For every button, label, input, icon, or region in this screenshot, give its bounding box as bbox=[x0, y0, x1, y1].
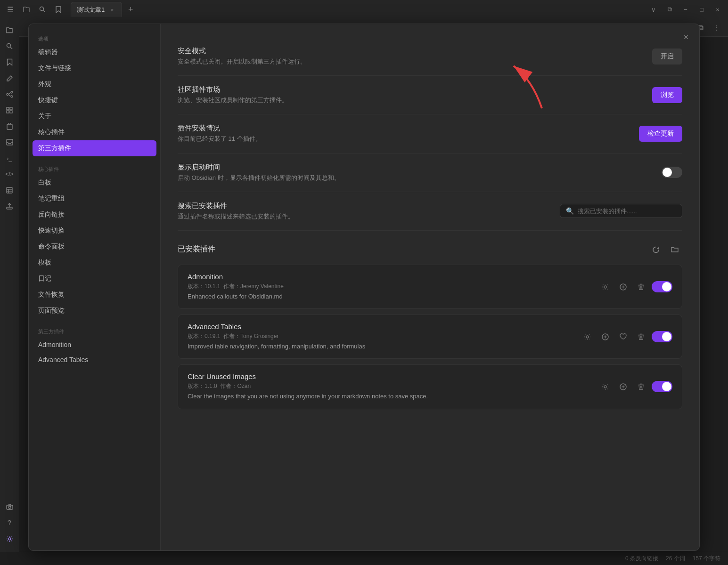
startup-time-toggle[interactable] bbox=[662, 167, 682, 178]
plugin-admonition-header: Admonition 版本：10.1.1 作者：Jeremy Valentine… bbox=[188, 273, 672, 301]
svg-line-8 bbox=[8, 95, 11, 97]
svg-line-1 bbox=[43, 10, 45, 12]
nav-core-plugins[interactable]: 核心插件 bbox=[29, 124, 160, 140]
plugin-admonition-desc: Enhanced callouts for Obsidian.md bbox=[188, 292, 284, 301]
icon-bar-search[interactable] bbox=[2, 39, 17, 54]
nav-command-palette[interactable]: 命令面板 bbox=[29, 239, 160, 255]
plugin-clear-images-name: Clear Unused Images bbox=[188, 372, 428, 380]
browse-button[interactable]: 浏览 bbox=[652, 87, 682, 103]
svg-point-30 bbox=[586, 336, 589, 338]
safe-mode-desc: 安全模式已关闭。开启以限制第三方插件运行。 bbox=[178, 57, 645, 66]
icon-bar-clipboard[interactable] bbox=[2, 119, 17, 134]
safe-mode-row: 安全模式 安全模式已关闭。开启以限制第三方插件运行。 开启 bbox=[178, 37, 682, 76]
nav-appearance[interactable]: 外观 bbox=[29, 76, 160, 92]
settings-close-button[interactable]: × bbox=[679, 31, 693, 44]
window-collapse-btn[interactable]: ∨ bbox=[647, 3, 660, 16]
status-backlinks: 0 条反向链接 bbox=[625, 555, 658, 563]
svg-point-2 bbox=[7, 44, 11, 48]
check-update-button[interactable]: 检查更新 bbox=[639, 126, 682, 142]
nav-files-links[interactable]: 文件与链接 bbox=[29, 60, 160, 76]
icon-bar-bookmarks[interactable] bbox=[2, 55, 17, 70]
svg-point-6 bbox=[11, 96, 13, 97]
search-plugins-info: 搜索已安装插件 通过插件名称或描述来筛选已安装的插件。 bbox=[178, 202, 552, 221]
plugin-install-desc: 你目前已经安装了 11 个插件。 bbox=[178, 135, 631, 143]
svg-rect-21 bbox=[7, 505, 13, 509]
icon-bar-code[interactable]: </> bbox=[2, 167, 17, 182]
icon-bar-edit[interactable] bbox=[2, 71, 17, 86]
svg-point-22 bbox=[8, 506, 11, 508]
icon-bar-terminal[interactable]: ›_ bbox=[2, 151, 17, 166]
file-open-icon[interactable] bbox=[20, 3, 33, 16]
plugin-clear-images-toggle[interactable] bbox=[652, 381, 672, 392]
nav-page-preview[interactable]: 页面预览 bbox=[29, 303, 160, 319]
search-toolbar-icon[interactable] bbox=[36, 3, 49, 16]
icon-bar-table[interactable] bbox=[2, 183, 17, 198]
icon-bar-graph[interactable] bbox=[2, 87, 17, 102]
plugin-admonition-version: 版本：10.1.1 作者：Jeremy Valentine bbox=[188, 282, 284, 291]
nav-quick-switch[interactable]: 快速切换 bbox=[29, 223, 160, 239]
open-plugins-folder-button[interactable] bbox=[667, 242, 682, 257]
icon-bar-help[interactable]: ? bbox=[2, 515, 17, 530]
plugin-advanced-tables-settings-icon[interactable] bbox=[580, 330, 594, 344]
icon-bar-grid[interactable] bbox=[2, 103, 17, 118]
community-market-desc: 浏览、安装社区成员制作的第三方插件。 bbox=[178, 96, 645, 105]
nav-file-recovery[interactable]: 文件恢复 bbox=[29, 287, 160, 303]
nav-note-refactor[interactable]: 笔记重组 bbox=[29, 191, 160, 207]
nav-backlinks[interactable]: 反向链接 bbox=[29, 207, 160, 223]
plugin-clear-images-delete-icon[interactable] bbox=[634, 379, 648, 394]
ws-menu-icon[interactable]: ⋮ bbox=[710, 22, 722, 34]
tab-close-icon[interactable]: × bbox=[108, 6, 116, 14]
safe-mode-title: 安全模式 bbox=[178, 47, 645, 56]
svg-rect-15 bbox=[7, 187, 12, 193]
bookmark-icon[interactable] bbox=[52, 3, 65, 16]
active-tab[interactable]: 测试文章1 × bbox=[71, 2, 122, 17]
plugin-install-title: 插件安装情况 bbox=[178, 124, 631, 133]
sidebar-toggle-icon[interactable]: ☰ bbox=[4, 3, 17, 16]
nav-editor[interactable]: 编辑器 bbox=[29, 44, 160, 60]
nav-admonition[interactable]: Admonition bbox=[29, 337, 160, 352]
third-party-section-label: 第三方插件 bbox=[29, 324, 160, 337]
nav-templates[interactable]: 模板 bbox=[29, 255, 160, 271]
nav-diary[interactable]: 日记 bbox=[29, 271, 160, 287]
refresh-plugins-button[interactable] bbox=[648, 242, 663, 257]
nav-advanced-tables[interactable]: Advanced Tables bbox=[29, 352, 160, 367]
status-bar-right: 0 条反向链接 26 个词 157 个字符 bbox=[625, 555, 720, 563]
plugin-advanced-tables-header: Advanced Tables 版本：0.19.1 作者：Tony Grosin… bbox=[188, 323, 672, 351]
safe-mode-info: 安全模式 安全模式已关闭。开启以限制第三方插件运行。 bbox=[178, 47, 645, 66]
icon-bar-settings[interactable] bbox=[2, 531, 17, 546]
title-bar-right: ∨ ⧉ − □ × bbox=[647, 3, 724, 16]
svg-point-0 bbox=[40, 7, 44, 11]
plugin-admonition-toggle[interactable] bbox=[652, 281, 672, 292]
icon-bar-upload[interactable] bbox=[2, 199, 17, 214]
plugin-admonition-delete-icon[interactable] bbox=[634, 280, 648, 294]
plugin-clear-images-add-icon[interactable] bbox=[616, 379, 630, 394]
new-tab-button[interactable]: + bbox=[124, 3, 137, 16]
nav-whiteboard[interactable]: 白板 bbox=[29, 175, 160, 191]
window-maximize-btn[interactable]: □ bbox=[695, 3, 708, 16]
search-box: 🔍 bbox=[560, 204, 682, 218]
plugin-install-row: 插件安装情况 你目前已经安装了 11 个插件。 检查更新 bbox=[178, 114, 682, 153]
plugin-advanced-tables-delete-icon[interactable] bbox=[634, 330, 648, 344]
window-minimize-btn[interactable]: − bbox=[679, 3, 692, 16]
plugin-clear-images-settings-icon[interactable] bbox=[598, 379, 612, 394]
plugin-advanced-tables-name: Advanced Tables bbox=[188, 323, 365, 331]
icon-bar-inbox[interactable] bbox=[2, 135, 17, 150]
window-close-btn[interactable]: × bbox=[711, 3, 724, 16]
plugin-advanced-tables-heart-icon[interactable] bbox=[616, 330, 630, 344]
search-plugins-input[interactable] bbox=[578, 208, 676, 215]
window-layout-btn[interactable]: ⧉ bbox=[663, 3, 676, 16]
nav-about[interactable]: 关于 bbox=[29, 108, 160, 124]
startup-time-desc: 启动 Obsidian 时，显示各插件初始化所需的时间及其总和。 bbox=[178, 174, 654, 182]
plugin-advanced-tables-controls bbox=[580, 330, 672, 344]
plugin-advanced-tables-add-icon[interactable] bbox=[598, 330, 612, 344]
tab-title: 测试文章1 bbox=[77, 6, 105, 14]
icon-bar-files[interactable] bbox=[2, 23, 17, 38]
plugin-admonition-add-icon[interactable] bbox=[616, 280, 630, 294]
nav-third-party-plugins[interactable]: 第三方插件 bbox=[33, 140, 156, 156]
safe-mode-button[interactable]: 开启 bbox=[652, 48, 682, 65]
svg-rect-12 bbox=[10, 111, 12, 113]
icon-bar-camera[interactable] bbox=[2, 499, 17, 514]
nav-hotkeys[interactable]: 快捷键 bbox=[29, 92, 160, 108]
plugin-advanced-tables-toggle[interactable] bbox=[652, 331, 672, 342]
plugin-admonition-settings-icon[interactable] bbox=[598, 280, 612, 294]
